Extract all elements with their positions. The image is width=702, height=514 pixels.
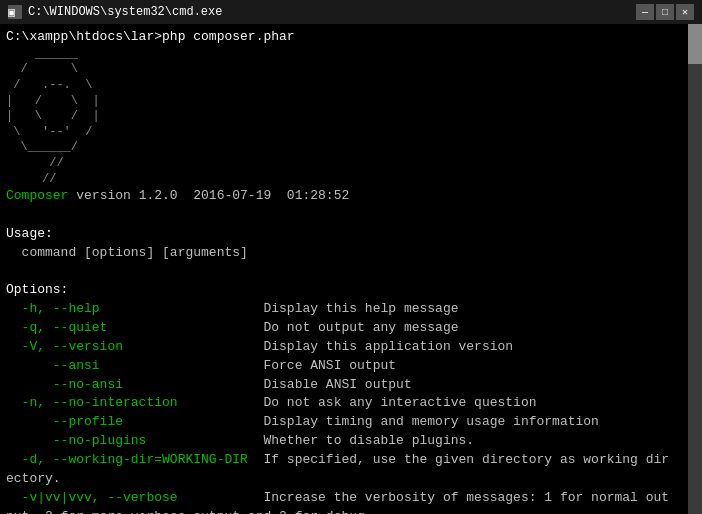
restore-button[interactable]: □ <box>656 4 674 20</box>
opt-profile: --profile Display timing and memory usag… <box>6 413 696 432</box>
prompt-line: C:\xampp\htdocs\lar>php composer.phar <box>6 28 696 47</box>
close-button[interactable]: ✕ <box>676 4 694 20</box>
version-text: version 1.2.0 2016-07-19 01:28:52 <box>68 188 349 203</box>
opt-ansi: --ansi Force ANSI output <box>6 357 696 376</box>
title-bar: ▣ C:\WINDOWS\system32\cmd.exe — □ ✕ <box>0 0 702 24</box>
usage-syntax: command [options] [arguments] <box>6 244 696 263</box>
opt-version: -V, --version Display this application v… <box>6 338 696 357</box>
ascii-art: ______ / \ / .--. \ | / \ | | \ / | \ '-… <box>6 47 696 187</box>
opt-quiet: -q, --quiet Do not output any message <box>6 319 696 338</box>
opt-verbose: -v|vv|vvv, --verbose Increase the verbos… <box>6 489 696 508</box>
opt-help: -h, --help Display this help message <box>6 300 696 319</box>
composer-label: Composer <box>6 188 68 203</box>
minimize-button[interactable]: — <box>636 4 654 20</box>
blank-line-2 <box>6 263 696 282</box>
scrollbar-thumb[interactable] <box>688 24 702 64</box>
opt-working-dir-cont: ectory. <box>6 470 696 489</box>
usage-label: Usage: <box>6 225 696 244</box>
opt-verbose-cont: put, 2 for more verbose output and 3 for… <box>6 508 696 514</box>
window-title: C:\WINDOWS\system32\cmd.exe <box>28 5 222 19</box>
blank-line-1 <box>6 206 696 225</box>
composer-version: Composer version 1.2.0 2016-07-19 01:28:… <box>6 187 696 206</box>
opt-no-interaction: -n, --no-interaction Do not ask any inte… <box>6 394 696 413</box>
terminal-body[interactable]: C:\xampp\htdocs\lar>php composer.phar __… <box>0 24 702 514</box>
title-bar-controls: — □ ✕ <box>636 4 694 20</box>
cmd-window: ▣ C:\WINDOWS\system32\cmd.exe — □ ✕ C:\x… <box>0 0 702 514</box>
scrollbar[interactable] <box>688 24 702 514</box>
opt-working-dir: -d, --working-dir=WORKING-DIR If specifi… <box>6 451 696 470</box>
options-label: Options: <box>6 281 696 300</box>
title-bar-left: ▣ C:\WINDOWS\system32\cmd.exe <box>8 5 222 19</box>
cmd-icon: ▣ <box>8 5 22 19</box>
opt-no-ansi: --no-ansi Disable ANSI output <box>6 376 696 395</box>
opt-no-plugins: --no-plugins Whether to disable plugins. <box>6 432 696 451</box>
